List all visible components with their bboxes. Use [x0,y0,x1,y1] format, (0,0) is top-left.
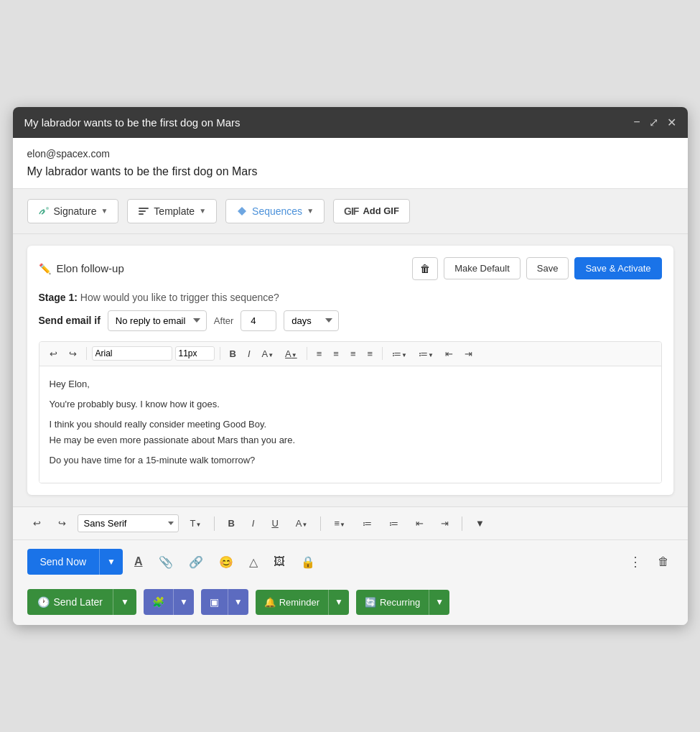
window-title: My labrador wants to be the first dog on… [24,116,241,129]
title-bar: My labrador wants to be the first dog on… [13,107,688,138]
bottom-align-button[interactable]: ≡▼ [328,515,351,532]
reminder-btn-group: 🔔 Reminder ▼ [256,590,349,615]
main-window: My labrador wants to be the first dog on… [13,107,688,625]
align-center-button[interactable]: ≡ [329,346,343,361]
sequences-button[interactable]: Sequences ▼ [225,199,325,223]
send-now-dropdown-button[interactable]: ▼ [99,549,123,575]
image-button[interactable]: 🖼 [269,551,289,573]
bottom-font-color-button[interactable]: A▼ [290,515,314,532]
indent-button[interactable]: ⇥ [460,346,477,361]
bottom-underline-button[interactable]: U [266,515,284,532]
puzzle-button[interactable]: 🧩 [144,589,173,615]
attach-file-button[interactable]: 📎 [154,551,177,573]
email-editor: ↩ ↪ Arial Times New Roman 11px 12px 14px… [39,341,662,483]
reminder-dropdown-button[interactable]: ▼ [328,590,349,615]
bottom-undo-button[interactable]: ↩ [27,515,47,532]
puzzle-dropdown-button[interactable]: ▼ [173,589,194,615]
format-text-icon: A [134,555,143,567]
font-color-button[interactable]: A▼ [258,346,279,361]
align-right-button[interactable]: ≡ [346,346,360,361]
font-family-select[interactable]: Arial Times New Roman [92,346,172,361]
send-condition-row: Send email if No reply to email Reply to… [39,310,662,331]
send-later-dropdown-button[interactable]: ▼ [113,589,136,615]
make-default-button[interactable]: Make Default [444,257,521,279]
bottom-bold-button[interactable]: B [222,515,240,532]
recurring-dropdown-button[interactable]: ▼ [429,590,449,615]
signature-icon [38,205,50,217]
signature-button[interactable]: Signature ▼ [27,199,119,223]
italic-button[interactable]: I [243,346,255,361]
save-activate-button[interactable]: Save & Activate [574,257,661,279]
numbered-list-button[interactable]: ≔▼ [414,346,438,361]
outdent-button[interactable]: ⇤ [441,346,457,361]
recurring-button[interactable]: 🔄 Recurring [356,590,429,615]
signature-chevron: ▼ [101,207,108,215]
toolbar-separator-3 [307,347,307,360]
more-options-button[interactable]: ⋮ [625,550,646,574]
recurring-icon: 🔄 [365,597,376,608]
align-justify-button[interactable]: ≡ [363,346,377,361]
maximize-button[interactable]: ⤢ [649,116,658,129]
send-email-if-label: Send email if [39,315,101,326]
highlight-button[interactable]: A▼ [281,346,302,361]
bottom-numbered-list-button[interactable]: ≔ [357,515,378,532]
save-button[interactable]: Save [526,257,569,279]
editor-toolbar: ↩ ↪ Arial Times New Roman 11px 12px 14px… [39,342,661,366]
lock-button[interactable]: 🔒 [297,551,319,573]
bottom-italic-button[interactable]: I [246,515,261,532]
editor-body[interactable]: Hey Elon, You're probably busy. I know h… [39,366,661,483]
add-gif-button[interactable]: GIF Add GIF [333,199,410,223]
svg-rect-2 [139,210,146,212]
sequences-chevron: ▼ [307,207,314,215]
toolbar-separator-4 [382,347,383,360]
bottom-more-button[interactable]: ▼ [470,515,490,532]
bottom-text-size-button[interactable]: T▼ [185,515,207,532]
font-size-select[interactable]: 11px 12px 14px [175,346,215,361]
paperclip-icon: 📎 [159,556,173,568]
send-later-button[interactable]: 🕐 Send Later [27,589,113,615]
template-button[interactable]: Template ▼ [127,199,217,223]
reminder-button[interactable]: 🔔 Reminder [256,590,328,615]
align-left-button[interactable]: ≡ [312,346,327,361]
close-button[interactable]: ✕ [667,116,676,129]
bottom-indent-button[interactable]: ⇥ [435,515,454,532]
bottom-redo-button[interactable]: ↪ [52,515,72,532]
square-dropdown-button[interactable]: ▼ [228,589,248,615]
bottom-bullet-list-button[interactable]: ≔ [383,515,404,532]
template-chevron: ▼ [199,207,206,215]
undo-button[interactable]: ↩ [45,346,62,361]
underline-action-icon[interactable]: A [130,551,147,573]
lock-icon: 🔒 [301,556,315,568]
days-input[interactable] [241,310,276,331]
bottom-outdent-button[interactable]: ⇤ [410,515,429,532]
editor-line-4: Do you have time for a 15-minute walk to… [50,453,651,468]
send-condition-select[interactable]: No reply to email Reply to email No open [108,310,207,331]
email-from: elon@spacex.com [27,148,673,159]
clock-icon: 🕐 [37,596,50,608]
minimize-button[interactable]: − [633,116,640,129]
bullet-list-button[interactable]: ≔▼ [388,346,411,361]
drive-button[interactable]: △ [245,551,262,573]
puzzle-btn-group: 🧩 ▼ [144,589,194,615]
bottom-sep-2 [320,516,321,531]
redo-button[interactable]: ↪ [65,346,81,361]
sequence-panel: ✏️ Elon follow-up 🗑 Make Default Save Sa… [27,246,673,495]
signature-label: Signature [54,205,97,217]
link-icon: 🔗 [189,556,203,568]
days-unit-select[interactable]: days hours weeks [284,310,339,331]
insert-link-button[interactable]: 🔗 [185,551,207,573]
delete-draft-button[interactable]: 🗑 [653,551,673,573]
emoji-button[interactable]: 😊 [215,551,238,573]
recurring-label: Recurring [380,597,420,608]
bold-button[interactable]: B [225,346,241,361]
send-now-button[interactable]: Send Now [27,549,100,575]
square-button[interactable]: ▣ [201,589,228,615]
delete-sequence-button[interactable]: 🗑 [412,257,438,280]
sequence-name-text: Elon follow-up [57,262,124,274]
bottom-font-select[interactable]: Sans Serif Arial Times New Roman [78,514,179,532]
svg-point-0 [46,207,49,210]
emoji-icon: 😊 [219,556,233,568]
second-action-bar: 🕐 Send Later ▼ 🧩 ▼ ▣ ▼ 🔔 Reminder ▼ 🔄 Re… [13,583,688,625]
toolbar-separator-2 [220,347,220,360]
stage-label: Stage 1: How would you like to trigger t… [39,292,662,303]
